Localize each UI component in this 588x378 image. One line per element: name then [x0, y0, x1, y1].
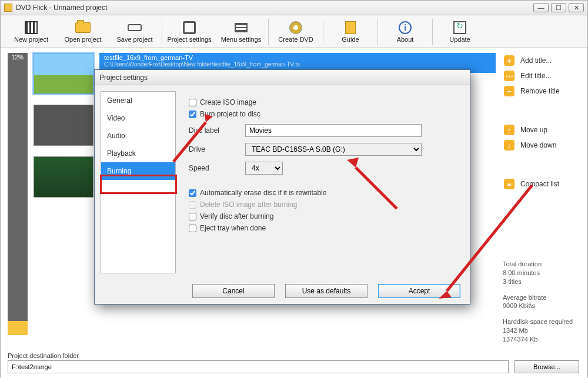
disk-icon — [128, 24, 142, 31]
title-thumbnail[interactable] — [34, 53, 93, 94]
menu-settings-button[interactable]: Menu settings — [215, 15, 267, 48]
tab-general[interactable]: General — [101, 92, 175, 109]
speed-select[interactable]: 4x — [245, 162, 283, 175]
title-thumbnails — [34, 53, 98, 208]
menu-icon — [235, 23, 248, 32]
move-down-button[interactable]: ↓Move down — [504, 138, 579, 153]
drive-select[interactable]: TEAC BD-C16SS-A S.0B (G:) — [245, 143, 422, 156]
tab-playback[interactable]: Playback — [101, 145, 175, 162]
new-project-button[interactable]: New project — [5, 15, 57, 48]
destination-input[interactable] — [8, 360, 509, 373]
about-button[interactable]: iAbout — [379, 15, 431, 48]
menu-settings-label: Menu settings — [221, 36, 261, 43]
dialog-tabs: General Video Audio Playback Burning — [101, 91, 176, 273]
update-button[interactable]: Update — [434, 15, 486, 48]
stat-hdspace-value1: 1342 Mb — [503, 326, 579, 335]
folder-icon — [75, 22, 91, 33]
close-button[interactable]: ✕ — [569, 3, 584, 12]
use-defaults-button[interactable]: Use as defaults — [285, 284, 368, 298]
project-settings-label: Project settings — [167, 36, 211, 43]
minimize-button[interactable]: — — [533, 3, 549, 12]
tab-audio[interactable]: Audio — [101, 127, 175, 145]
create-dvd-button[interactable]: Create DVD — [270, 15, 322, 48]
speed-label: Speed — [189, 164, 245, 172]
new-project-label: New project — [14, 36, 48, 43]
gear-icon — [183, 21, 196, 34]
arrow-up-icon: ↑ — [504, 125, 514, 135]
delete-iso-label: Delete ISO image after burning — [200, 200, 297, 209]
move-up-button[interactable]: ↑Move up — [504, 122, 579, 138]
drive-label: Drive — [189, 145, 245, 153]
edit-title-button[interactable]: ⋯Edit title... — [504, 68, 579, 83]
tab-burning[interactable]: Burning — [101, 162, 175, 180]
delete-iso-checkbox — [189, 201, 196, 209]
right-panel: +Add title... ⋯Edit title... −Remove tit… — [504, 53, 579, 192]
add-title-button[interactable]: +Add title... — [504, 53, 579, 68]
create-iso-label: Create ISO image — [200, 98, 256, 106]
cancel-button[interactable]: Cancel — [192, 284, 275, 298]
remove-title-button[interactable]: −Remove title — [504, 83, 579, 99]
about-label: About — [397, 36, 414, 43]
stat-hdspace-value2: 1374374 Kb — [503, 335, 579, 344]
title-thumbnail[interactable] — [34, 156, 93, 198]
remove-title-label: Remove title — [520, 87, 560, 95]
selected-title-name: testfile_16x9_from_german-TV — [104, 54, 491, 61]
selected-title-path: C:\Users\WonderFox\Desktop\New folder\te… — [104, 61, 491, 68]
arrow-down-icon: ↓ — [504, 140, 514, 150]
save-project-label: Save project — [116, 36, 152, 43]
app-icon — [4, 4, 12, 12]
stat-duration-value: 8:00 minutes — [503, 269, 579, 277]
project-settings-button[interactable]: Project settings — [163, 15, 215, 48]
stat-bitrate-value: 9000 Kbit\s — [503, 302, 579, 310]
plus-icon: + — [504, 55, 514, 66]
minus-icon: − — [504, 86, 514, 96]
project-stats: Total duration 8:00 minutes 3 titles Ave… — [503, 253, 579, 344]
dialog-title: Project settings — [99, 73, 148, 82]
timeline-column: 12% — [8, 53, 28, 335]
save-project-button[interactable]: Save project — [109, 15, 161, 48]
move-up-label: Move up — [520, 126, 547, 134]
compact-list-label: Compact list — [520, 180, 559, 188]
dvd-icon — [289, 21, 302, 34]
disc-label-label: Disc label — [189, 126, 245, 135]
maximize-button[interactable]: ☐ — [551, 3, 566, 12]
burn-disc-label: Burn project to disc — [200, 110, 260, 118]
disc-label-input[interactable] — [245, 124, 422, 137]
auto-erase-label: Automatically erase disc if it is rewrit… — [200, 189, 326, 197]
eject-label: Eject tray when done — [200, 224, 266, 232]
compact-list-button[interactable]: ≡Compact list — [504, 176, 579, 192]
stat-bitrate-header: Average bitrate — [503, 293, 579, 302]
open-project-label: Open project — [65, 36, 102, 43]
film-icon — [25, 21, 38, 34]
edit-icon: ⋯ — [504, 71, 514, 81]
create-dvd-label: Create DVD — [278, 36, 313, 43]
stat-duration-header: Total duration — [503, 260, 579, 269]
window-titlebar: DVD Flick - Unnamed project — ☐ ✕ — [0, 0, 588, 15]
update-icon — [453, 21, 466, 34]
auto-erase-checkbox[interactable] — [189, 189, 196, 197]
guide-label: Guide — [342, 36, 359, 43]
add-title-label: Add title... — [520, 56, 552, 65]
open-project-button[interactable]: Open project — [57, 15, 109, 48]
burn-disc-checkbox[interactable] — [189, 111, 196, 118]
eject-checkbox[interactable] — [189, 225, 196, 232]
dialog-titlebar: Project settings — [95, 70, 470, 85]
stat-titles: 3 titles — [503, 277, 579, 286]
accept-button[interactable]: Accept — [378, 284, 460, 298]
browse-button[interactable]: Browse... — [514, 360, 579, 373]
title-thumbnail[interactable] — [34, 105, 93, 146]
update-label: Update — [449, 36, 470, 43]
stat-hdspace-header: Harddisk space required — [503, 317, 579, 326]
info-icon: i — [399, 21, 412, 34]
create-iso-checkbox[interactable] — [189, 99, 196, 106]
guide-button[interactable]: Guide — [325, 15, 376, 48]
book-icon — [345, 21, 356, 34]
verify-checkbox[interactable] — [189, 213, 196, 220]
dialog-content: Create ISO image Burn project to disc Di… — [181, 91, 464, 273]
timeline-percent: 12% — [8, 53, 28, 61]
tab-video[interactable]: Video — [101, 109, 175, 127]
list-icon: ≡ — [504, 179, 514, 189]
move-down-label: Move down — [520, 141, 556, 149]
verify-label: Verify disc after burning — [200, 212, 273, 220]
main-toolbar: New project Open project Save project Pr… — [0, 15, 588, 48]
